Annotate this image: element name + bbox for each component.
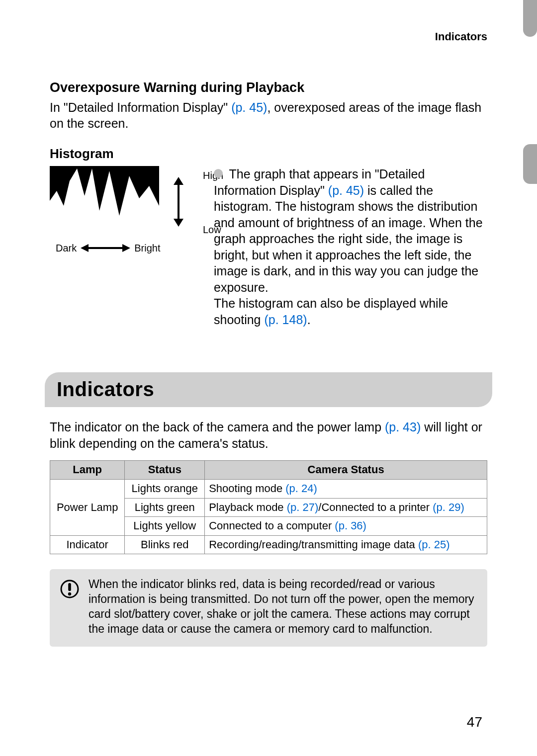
page-body: Indicators Overexposure Warning during P…	[0, 0, 537, 647]
svg-marker-6	[122, 244, 130, 252]
cell-lamp: Power Lamp	[50, 480, 125, 536]
cell-camera: Recording/reading/transmitting image dat…	[205, 535, 487, 554]
indicators-table: Lamp Status Camera Status Power Lamp Lig…	[50, 460, 487, 554]
page-ref-link[interactable]: (p. 45)	[231, 100, 267, 114]
text: is called the histogram. The histogram s…	[214, 183, 483, 294]
running-header: Indicators	[50, 30, 487, 44]
text: The histogram can also be displayed whil…	[214, 296, 448, 327]
histogram-heading: Histogram	[50, 146, 487, 163]
page-ref-link[interactable]: (p. 148)	[264, 313, 307, 327]
page-ref-link[interactable]: (p. 25)	[418, 538, 450, 551]
indicators-heading-text: Indicators	[57, 378, 154, 400]
cell-lamp: Indicator	[50, 535, 125, 554]
histogram-description: The graph that appears in "Detailed Info…	[214, 166, 487, 328]
svg-marker-3	[174, 219, 183, 227]
table-header-row: Lamp Status Camera Status	[50, 461, 487, 480]
svg-marker-0	[50, 168, 159, 236]
warning-text: When the indicator blinks red, data is b…	[89, 577, 477, 637]
histogram-row: High Low Dark Bright The graph that app	[50, 166, 487, 328]
cell-camera: Shooting mode (p. 24)	[205, 480, 487, 499]
text: In "Detailed Information Display"	[50, 100, 231, 114]
page-ref-link[interactable]: (p. 45)	[328, 183, 364, 197]
cell-status: Lights green	[125, 498, 205, 517]
vertical-arrow-icon	[172, 177, 185, 227]
histogram-image	[50, 166, 159, 236]
page-ref-link[interactable]: (p. 43)	[385, 420, 421, 434]
label-bright: Bright	[134, 242, 160, 254]
overexposure-paragraph: In "Detailed Information Display" (p. 45…	[50, 99, 487, 132]
indicators-intro: The indicator on the back of the camera …	[50, 419, 487, 451]
bullet-icon	[214, 169, 223, 178]
text: /Connected to a printer	[318, 501, 433, 513]
col-camera: Camera Status	[205, 461, 487, 480]
indicators-heading: Indicators	[45, 372, 492, 407]
horizontal-arrow-icon	[81, 242, 130, 254]
col-status: Status	[125, 461, 205, 480]
cell-status: Lights yellow	[125, 517, 205, 536]
table-row: Indicator Blinks red Recording/reading/t…	[50, 535, 487, 554]
svg-point-9	[68, 592, 71, 595]
cell-camera: Playback mode (p. 27)/Connected to a pri…	[205, 498, 487, 517]
overexposure-heading: Overexposure Warning during Playback	[50, 79, 487, 96]
caution-icon	[60, 579, 80, 599]
text: Recording/reading/transmitting image dat…	[209, 538, 418, 551]
svg-marker-5	[81, 244, 89, 252]
label-dark: Dark	[56, 242, 77, 254]
page-number: 47	[467, 713, 482, 731]
col-lamp: Lamp	[50, 461, 125, 480]
text: Connected to a computer	[209, 519, 335, 532]
page-ref-link[interactable]: (p. 24)	[285, 482, 317, 495]
cell-camera: Connected to a computer (p. 36)	[205, 517, 487, 536]
cell-status: Lights orange	[125, 480, 205, 499]
svg-rect-8	[68, 583, 71, 591]
page-ref-link[interactable]: (p. 29)	[433, 501, 464, 513]
page-ref-link[interactable]: (p. 36)	[335, 519, 366, 532]
text: Playback mode	[209, 501, 287, 513]
text: The indicator on the back of the camera …	[50, 420, 385, 434]
text: .	[307, 313, 311, 327]
table-row: Power Lamp Lights orange Shooting mode (…	[50, 480, 487, 499]
text: Shooting mode	[209, 482, 285, 495]
histogram-diagram: High Low Dark Bright	[50, 166, 199, 254]
brightness-axis: Dark Bright	[50, 242, 199, 254]
cell-status: Blinks red	[125, 535, 205, 554]
svg-marker-2	[174, 177, 183, 185]
page-ref-link[interactable]: (p. 27)	[287, 501, 319, 513]
warning-box: When the indicator blinks red, data is b…	[50, 569, 487, 647]
